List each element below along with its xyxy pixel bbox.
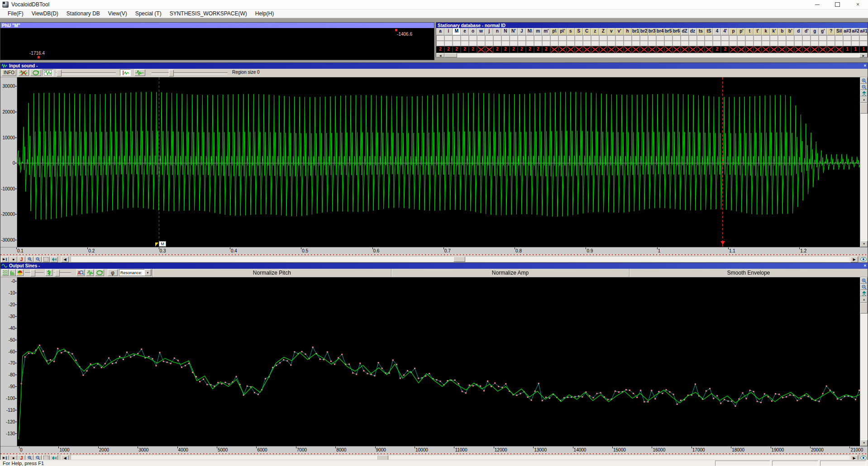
phoneme-empty-cell[interactable] xyxy=(436,41,444,46)
phoneme-empty-cell[interactable] xyxy=(591,41,599,46)
minimize-button[interactable] xyxy=(807,0,827,9)
panel-close-icon[interactable]: × xyxy=(864,64,866,68)
phoneme-empty-cell[interactable] xyxy=(689,35,697,41)
phoneme-empty-cell[interactable] xyxy=(697,41,705,46)
phoneme-empty-cell[interactable] xyxy=(672,35,681,41)
phoneme-value-cell[interactable]: 2 xyxy=(510,46,518,53)
wave-view-icon[interactable] xyxy=(43,69,53,76)
phoneme-empty-cell[interactable] xyxy=(729,35,737,41)
phu-marker-left-point[interactable] xyxy=(38,56,40,58)
phu-plot[interactable]: -1406.6 -1716.4 xyxy=(0,28,434,60)
phoneme-marker[interactable]: M xyxy=(155,241,166,247)
menu-item[interactable]: Stationary DB xyxy=(62,10,104,18)
hscroll-right-icon[interactable]: ▶ xyxy=(850,257,858,262)
normalize-pitch-button[interactable]: Normalize Pitch xyxy=(153,269,391,277)
scroll-track[interactable] xyxy=(457,53,859,57)
phoneme-empty-cell[interactable] xyxy=(664,35,672,41)
fit-view-icon[interactable] xyxy=(860,90,868,96)
phoneme-empty-cell[interactable] xyxy=(754,35,762,41)
phoneme-empty-cell[interactable] xyxy=(819,41,827,46)
vscroll-down-icon[interactable]: ▼ xyxy=(860,241,868,247)
phoneme-cell[interactable]: N\ xyxy=(526,28,534,35)
phoneme-empty-cell[interactable] xyxy=(778,35,786,41)
phoneme-value-cell[interactable]: X xyxy=(583,46,591,53)
phoneme-cell[interactable]: d xyxy=(794,28,802,35)
phoneme-cell[interactable]: a#1 xyxy=(859,28,868,35)
phoneme-empty-cell[interactable] xyxy=(843,35,851,41)
spectrum-canvas[interactable] xyxy=(17,277,860,446)
phoneme-empty-cell[interactable] xyxy=(583,41,591,46)
phoneme-cell[interactable]: t xyxy=(745,28,754,35)
phoneme-cell[interactable]: N xyxy=(501,28,510,35)
phoneme-cell[interactable]: 4' xyxy=(721,28,729,35)
phoneme-empty-cell[interactable] xyxy=(819,35,827,41)
depth-slider[interactable] xyxy=(54,270,71,276)
input-plot-area[interactable]: M xyxy=(17,77,860,247)
input-hscrollbar[interactable] xyxy=(71,256,850,262)
phoneme-empty-cell[interactable] xyxy=(567,35,575,41)
pitch-mark-icon[interactable] xyxy=(120,69,131,76)
phoneme-empty-cell[interactable] xyxy=(542,35,550,41)
phoneme-empty-cell[interactable] xyxy=(501,35,510,41)
phoneme-value-cell[interactable]: X xyxy=(550,46,558,53)
phoneme-empty-cell[interactable] xyxy=(534,41,542,46)
select-region-icon[interactable] xyxy=(42,257,50,262)
phoneme-empty-cell[interactable] xyxy=(510,41,518,46)
phoneme-empty-cell[interactable] xyxy=(575,41,583,46)
scroll-thumb[interactable] xyxy=(444,53,457,57)
phoneme-empty-cell[interactable] xyxy=(786,35,794,41)
phoneme-empty-cell[interactable] xyxy=(615,35,624,41)
phoneme-value-cell[interactable]: X xyxy=(656,46,664,53)
amplitude-slider[interactable] xyxy=(56,70,116,76)
phoneme-cell[interactable]: ts xyxy=(697,28,705,35)
phoneme-empty-cell[interactable] xyxy=(640,41,648,46)
smooth-envelope-button[interactable]: Smooth Envelope xyxy=(629,269,868,277)
phase-wheel-icon[interactable] xyxy=(16,269,24,276)
phoneme-empty-cell[interactable] xyxy=(615,41,624,46)
phoneme-empty-cell[interactable] xyxy=(737,41,745,46)
phoneme-value-cell[interactable]: X xyxy=(729,46,737,53)
phoneme-cell[interactable]: h xyxy=(624,28,632,35)
info-button[interactable]: INFO xyxy=(2,69,16,76)
phoneme-empty-cell[interactable] xyxy=(575,35,583,41)
phoneme-value-cell[interactable]: X xyxy=(827,46,835,53)
phoneme-empty-cell[interactable] xyxy=(444,41,453,46)
phoneme-empty-cell[interactable] xyxy=(632,35,640,41)
phoneme-cell[interactable]: b xyxy=(778,28,786,35)
phoneme-empty-cell[interactable] xyxy=(461,35,469,41)
pulse-icon[interactable] xyxy=(86,269,94,276)
loop-icon[interactable] xyxy=(30,69,41,76)
phoneme-empty-cell[interactable] xyxy=(851,35,859,41)
phoneme-cell[interactable]: ? xyxy=(827,28,835,35)
phoneme-empty-cell[interactable] xyxy=(534,35,542,41)
phoneme-cell[interactable]: d' xyxy=(802,28,811,35)
phoneme-empty-cell[interactable] xyxy=(851,41,859,46)
phoneme-cell[interactable]: J xyxy=(518,28,526,35)
phoneme-empty-cell[interactable] xyxy=(697,35,705,41)
phoneme-value-cell[interactable]: 2 xyxy=(534,46,542,53)
phoneme-empty-cell[interactable] xyxy=(859,41,868,46)
phoneme-value-cell[interactable]: X xyxy=(591,46,599,53)
phoneme-value-cell[interactable]: 2 xyxy=(721,46,729,53)
phoneme-empty-cell[interactable] xyxy=(705,35,713,41)
phoneme-empty-cell[interactable] xyxy=(835,35,843,41)
stationary-db-title-bar[interactable]: Stationary database - normal ID xyxy=(436,23,868,28)
phoneme-value-cell[interactable]: 2 xyxy=(436,46,444,53)
phoneme-empty-cell[interactable] xyxy=(689,41,697,46)
phoneme-value-cell[interactable]: X xyxy=(689,46,697,53)
zoom-out-icon[interactable] xyxy=(860,84,868,90)
phoneme-cell[interactable]: b' xyxy=(786,28,794,35)
phoneme-cell[interactable]: br1 xyxy=(632,28,640,35)
phoneme-empty-cell[interactable] xyxy=(501,41,510,46)
phoneme-empty-cell[interactable] xyxy=(624,41,632,46)
phoneme-empty-cell[interactable] xyxy=(453,41,461,46)
hscroll-thumb[interactable] xyxy=(453,257,465,262)
phoneme-empty-cell[interactable] xyxy=(624,35,632,41)
hscroll-left-icon[interactable]: ◀ xyxy=(61,257,69,262)
menu-item[interactable]: ViewDB(D) xyxy=(28,10,62,18)
phoneme-cell[interactable]: z xyxy=(591,28,599,35)
phoneme-value-cell[interactable]: X xyxy=(477,46,485,53)
output-sines-title-bar[interactable]: Output Sines - × xyxy=(0,263,868,269)
zoom-in-icon[interactable] xyxy=(860,277,868,284)
phoneme-value-cell[interactable]: X xyxy=(664,46,672,53)
